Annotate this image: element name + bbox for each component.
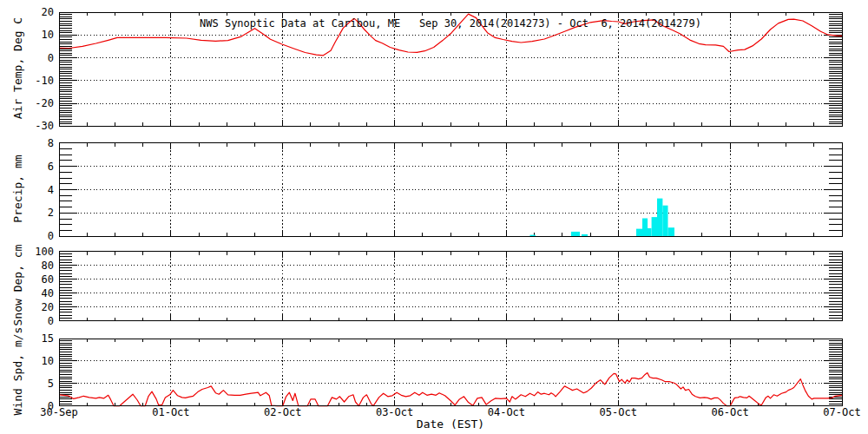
y-tick-label: 10 (42, 29, 54, 41)
panel-frame (59, 252, 842, 321)
wind-speed-line (59, 372, 842, 405)
x-axis-label: Date (EST) (59, 418, 842, 431)
precip-bar (642, 219, 648, 237)
y-tick-label: 40 (42, 287, 54, 299)
x-tick-label: 02-Oct (264, 406, 301, 418)
precip-bar (571, 232, 580, 236)
y-tick-label: 80 (42, 260, 54, 272)
precip-bar (668, 227, 675, 236)
panel-frame (59, 339, 842, 406)
x-tick-label: 04-Oct (488, 406, 525, 418)
y-tick-label: 0 (48, 315, 54, 327)
y-tick-label: 6 (48, 161, 54, 173)
x-tick-label: 01-Oct (152, 406, 189, 418)
x-tick-label: 03-Oct (376, 406, 413, 418)
precip-bar (652, 217, 657, 236)
x-tick-label: 30-Sep (40, 406, 77, 418)
panel-precip: 86420 (48, 137, 842, 243)
y-tick-label: 20 (42, 6, 54, 18)
plot-canvas: 20100-10-20-308642010080604020015105030-… (0, 0, 868, 434)
y-tick-label: -30 (35, 120, 54, 132)
y-tick-label: 2 (48, 207, 54, 219)
precip-bar (657, 199, 662, 237)
y-tick-label: 10 (42, 355, 54, 367)
precip-bar (662, 206, 667, 237)
y-tick-label: -20 (35, 97, 54, 109)
panel-snow-depth: 100806040200 (35, 246, 842, 327)
y-tick-label: 0 (48, 230, 54, 242)
precip-bar (636, 229, 642, 237)
y-tick-label: 20 (42, 301, 54, 313)
y-tick-label: 4 (48, 184, 54, 196)
y-tick-label: 60 (42, 273, 54, 286)
synoptic-meteogram: 20100-10-20-308642010080604020015105030-… (0, 0, 868, 434)
precip-bar (648, 228, 652, 236)
y-tick-label: 100 (35, 246, 54, 258)
panel-wind-speed: 151050 (42, 332, 842, 412)
x-tick-label: 06-Oct (711, 406, 748, 418)
x-tick-label: 07-Oct (823, 406, 860, 418)
y-tick-label: 5 (48, 378, 54, 390)
y-tick-label: 0 (48, 52, 54, 64)
x-tick-label: 05-Oct (600, 406, 637, 418)
y-tick-label: 15 (42, 332, 54, 345)
y-tick-label: 8 (48, 137, 54, 149)
chart-title: NWS Synoptic Data at Caribou, ME Sep 30,… (59, 17, 842, 30)
y-tick-label: -10 (35, 75, 54, 87)
y-axis-label-wind-speed: Wind Spd, m/s (11, 284, 24, 434)
